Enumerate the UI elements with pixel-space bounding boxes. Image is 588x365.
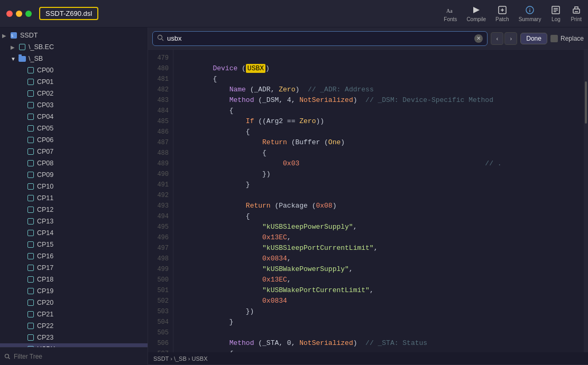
- code-line-507: {: [180, 349, 584, 352]
- svg-point-8: [5, 354, 9, 358]
- search-bar: ✕ ‹ › Done Replace: [148, 27, 588, 50]
- code-line-481: {: [180, 74, 584, 85]
- sidebar-item-cp15[interactable]: CP15: [0, 239, 148, 250]
- sb-ec-label: \_SB.EC: [29, 43, 145, 51]
- sidebar-item-sb[interactable]: ▼ \_SB: [0, 53, 148, 64]
- tree-arrow-sb: ▼: [11, 56, 18, 62]
- code-line-506: Method (_STA, 0, NotSerialized) // _STA:…: [180, 338, 584, 349]
- sidebar-item-cp08[interactable]: CP08: [0, 157, 148, 169]
- scroll-indicator: [584, 50, 588, 352]
- code-line-493: Return (Package (0x08): [180, 201, 584, 211]
- sidebar-item-cp20[interactable]: CP20: [0, 297, 148, 308]
- sidebar-item-cp21[interactable]: CP21: [0, 308, 148, 320]
- code-line-489: 0x03 // .: [180, 158, 584, 169]
- main-content: ▶ S SSDT ▶ \_SB.EC ▼: [0, 27, 588, 365]
- sidebar-item-cp01[interactable]: CP01: [0, 76, 148, 88]
- search-input[interactable]: [167, 34, 471, 42]
- svg-point-3: [529, 8, 530, 9]
- line-numbers: 479480481482483 484485486487488 48949049…: [148, 50, 173, 352]
- sidebar-item-cp04[interactable]: CP04: [0, 111, 148, 123]
- sidebar-item-cp13[interactable]: CP13: [0, 216, 148, 227]
- code-line-504: }: [180, 317, 584, 327]
- code-line-488: {: [180, 148, 584, 158]
- sidebar-item-usbx[interactable]: ▼ USBX: [0, 343, 148, 347]
- minimize-button[interactable]: [16, 11, 22, 17]
- search-icon: [157, 34, 164, 43]
- replace-label: Replace: [561, 35, 584, 42]
- fonts-label: Fonts: [444, 16, 457, 22]
- sidebar: ▶ S SSDT ▶ \_SB.EC ▼: [0, 27, 148, 365]
- code-line-494: {: [180, 211, 584, 222]
- search-navigation: ‹ ›: [491, 32, 517, 45]
- code-line-500: 0x13EC,: [180, 275, 584, 285]
- patch-toolbar-item[interactable]: Patch: [495, 5, 509, 22]
- log-toolbar-item[interactable]: Log: [550, 5, 561, 22]
- code-line-499: "kUSBWakePowerSupply",: [180, 264, 584, 275]
- filter-input[interactable]: [14, 353, 143, 360]
- search-prev-button[interactable]: ‹: [491, 32, 503, 45]
- tree-container: ▶ S SSDT ▶ \_SB.EC ▼: [0, 27, 148, 347]
- sidebar-item-cp17[interactable]: CP17: [0, 262, 148, 274]
- compile-toolbar-item[interactable]: Compile: [466, 5, 486, 22]
- search-next-button[interactable]: ›: [504, 32, 517, 45]
- code-line-485: If ((Arg2 == Zero)): [180, 116, 584, 127]
- sidebar-item-cp03[interactable]: CP03: [0, 99, 148, 111]
- compile-label: Compile: [466, 16, 486, 22]
- file-tab[interactable]: SSDT-Z690.dsl: [39, 7, 98, 20]
- code-line-480: Device (USBX): [180, 63, 584, 74]
- sidebar-item-ssdt[interactable]: ▶ S SSDT: [0, 30, 148, 41]
- sidebar-item-cp16[interactable]: CP16: [0, 250, 148, 262]
- sidebar-item-cp11[interactable]: CP11: [0, 192, 148, 204]
- sidebar-item-cp00[interactable]: CP00: [0, 64, 148, 76]
- code-line-484: {: [180, 106, 584, 116]
- code-line-487: Return (Buffer (One): [180, 137, 584, 148]
- sidebar-item-cp07[interactable]: CP07: [0, 146, 148, 157]
- code-line-491: }: [180, 180, 584, 190]
- code-line-503: }): [180, 306, 584, 317]
- sidebar-item-cp23[interactable]: CP23: [0, 332, 148, 343]
- summary-toolbar-item[interactable]: Summary: [519, 5, 541, 22]
- log-label: Log: [552, 16, 561, 22]
- code-line-492: [180, 190, 584, 201]
- sb-label: \_SB: [29, 55, 145, 62]
- code-line-498: 0x0834,: [180, 254, 584, 264]
- patch-label: Patch: [495, 16, 509, 22]
- scroll-thumb[interactable]: [585, 81, 587, 124]
- svg-rect-5: [573, 9, 580, 13]
- replace-option: Replace: [550, 35, 584, 42]
- code-line-496: 0x13EC,: [180, 232, 584, 243]
- svg-text:Aa: Aa: [446, 8, 453, 14]
- sidebar-item-cp10[interactable]: CP10: [0, 181, 148, 192]
- sidebar-item-cp06[interactable]: CP06: [0, 134, 148, 146]
- search-clear-button[interactable]: ✕: [474, 34, 483, 43]
- code-line-486: {: [180, 127, 584, 137]
- code-line-495: "kUSBSleepPowerSupply",: [180, 222, 584, 232]
- sidebar-item-cp05[interactable]: CP05: [0, 123, 148, 134]
- sidebar-item-cp02[interactable]: CP02: [0, 88, 148, 99]
- ssdt-label: SSDT: [20, 32, 145, 39]
- done-button[interactable]: Done: [520, 33, 547, 44]
- ssdt-icon: S: [10, 31, 18, 40]
- replace-checkbox[interactable]: [550, 35, 558, 42]
- sidebar-item-cp19[interactable]: CP19: [0, 285, 148, 297]
- tree-arrow-ssdt: ▶: [2, 33, 10, 39]
- fonts-toolbar-item[interactable]: Aa Fonts: [444, 5, 457, 22]
- sidebar-item-cp14[interactable]: CP14: [0, 227, 148, 239]
- code-line-502: 0x0834: [180, 296, 584, 306]
- code-line-505: [180, 327, 584, 338]
- sidebar-item-sb-ec[interactable]: ▶ \_SB.EC: [0, 41, 148, 53]
- code-editor[interactable]: 479480481482483 484485486487488 48949049…: [148, 50, 588, 352]
- maximize-button[interactable]: [25, 11, 32, 17]
- sidebar-item-cp18[interactable]: CP18: [0, 274, 148, 285]
- traffic-lights: [6, 11, 32, 17]
- code-content: Device (USBX) { Name (_ADR, Zero) // _AD…: [173, 50, 584, 352]
- sidebar-item-cp09[interactable]: CP09: [0, 169, 148, 181]
- sb-ec-icon: [18, 43, 26, 51]
- summary-label: Summary: [519, 16, 541, 22]
- svg-text:S: S: [11, 34, 13, 38]
- print-toolbar-item[interactable]: Print: [571, 5, 582, 22]
- code-line-479: [180, 53, 584, 63]
- close-button[interactable]: [6, 11, 13, 17]
- sidebar-item-cp22[interactable]: CP22: [0, 320, 148, 332]
- sidebar-item-cp12[interactable]: CP12: [0, 204, 148, 216]
